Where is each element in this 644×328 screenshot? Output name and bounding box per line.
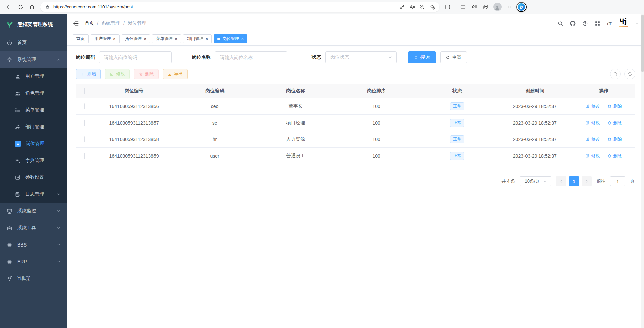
sidebar-item-bbs[interactable]: BBS [0, 236, 67, 253]
row-checkbox[interactable] [84, 120, 85, 126]
breadcrumb-post[interactable]: 岗位管理 [128, 20, 146, 26]
close-tab-icon[interactable]: × [144, 37, 147, 41]
row-delete-link[interactable]: 删除 [607, 153, 622, 159]
org-chart-icon [15, 124, 21, 130]
scrollbar-thumb[interactable] [641, 15, 644, 72]
sidebar-item-menu-mgmt[interactable]: 菜单管理 [0, 102, 67, 119]
cell-post-id: 1641030593112313859 [94, 153, 174, 159]
browser-back-button[interactable] [3, 1, 15, 13]
sidebar-item-dict-mgmt[interactable]: 字典管理 [0, 152, 67, 169]
add-favorite-icon[interactable] [427, 2, 437, 12]
browser-refresh-button[interactable] [15, 1, 26, 13]
close-tab-icon[interactable]: × [241, 37, 244, 41]
row-edit-link[interactable]: 修改 [585, 136, 600, 142]
sidebar-item-erp[interactable]: ERP [0, 253, 67, 270]
url-text[interactable]: https://ccnetcore.com:1101/system/post [53, 4, 397, 9]
sidebar-item-system[interactable]: 系统管理 [0, 51, 67, 68]
reset-button[interactable]: 重置 [440, 51, 467, 63]
row-delete-link[interactable]: 删除 [607, 103, 622, 109]
status-select[interactable]: 岗位状态 [325, 51, 397, 63]
sidebar-item-post-mgmt[interactable]: 岗位管理 [0, 135, 67, 152]
page-number-button[interactable]: 1 [569, 176, 579, 186]
refresh-table-button[interactable] [624, 69, 635, 79]
collapse-sidebar-icon[interactable] [73, 20, 79, 27]
monitor-icon [7, 208, 12, 214]
browser-profile-avatar[interactable] [492, 1, 503, 13]
row-edit-link[interactable]: 修改 [585, 153, 600, 159]
row-checkbox[interactable] [84, 136, 85, 142]
tab-user-mgmt[interactable]: 用户管理× [91, 34, 120, 43]
split-screen-icon[interactable] [457, 1, 469, 13]
post-code-input[interactable] [99, 51, 172, 63]
export-button[interactable]: 导出 [163, 69, 188, 79]
add-button[interactable]: 新增 [76, 69, 101, 79]
next-page-button[interactable] [582, 176, 592, 186]
row-edit-link[interactable]: 修改 [585, 120, 600, 126]
breadcrumb-system[interactable]: 系统管理 [101, 20, 120, 26]
tab-dept-mgmt[interactable]: 部门管理× [183, 34, 212, 43]
row-delete-link[interactable]: 删除 [607, 120, 622, 126]
sidebar-item-yi-framework[interactable]: Yi框架 [0, 270, 67, 287]
vertical-scrollbar[interactable] [641, 14, 644, 328]
trash-icon [607, 137, 612, 141]
site-lock-icon [45, 4, 50, 9]
read-aloud-icon[interactable] [407, 2, 417, 12]
search-icon[interactable] [557, 21, 563, 26]
main-area: 首页 / 系统管理 / 岗位管理 TT Чj 首页 用 [67, 14, 644, 328]
cell-post-code: user [174, 153, 255, 159]
toggle-search-button[interactable] [610, 69, 621, 79]
select-all-checkbox[interactable] [84, 88, 85, 94]
close-tab-icon[interactable]: × [175, 37, 177, 41]
prev-page-button[interactable] [556, 176, 566, 186]
fullscreen-icon[interactable] [595, 21, 600, 26]
sidebar-item-tools[interactable]: 系统工具 [0, 220, 67, 236]
total-count: 共 4 条 [502, 178, 515, 184]
page-size-select[interactable]: 10条/页 [520, 176, 551, 186]
favorites-icon[interactable] [469, 1, 480, 13]
row-checkbox[interactable] [84, 153, 85, 159]
table-row: 1641030593112313856 ceo 董事长 100 正常 2023-… [76, 98, 635, 115]
refresh-icon [628, 72, 632, 76]
collections-icon[interactable] [480, 1, 492, 13]
avatar-caret-icon[interactable] [635, 22, 639, 25]
tab-menu-mgmt[interactable]: 菜单管理× [152, 34, 181, 43]
sidebar-item-log-mgmt[interactable]: 日志管理 [0, 186, 67, 203]
delete-button[interactable]: 删除 [134, 69, 159, 79]
close-tab-icon[interactable]: × [113, 37, 116, 41]
tab-home[interactable]: 首页 [73, 34, 89, 43]
search-button[interactable]: 搜索 [408, 51, 436, 63]
cell-post-sort: 100 [336, 153, 417, 159]
bing-chat-icon[interactable]: b [516, 2, 527, 12]
sidebar-item-dept-mgmt[interactable]: 部门管理 [0, 119, 67, 135]
goto-page-input[interactable] [610, 176, 625, 186]
password-key-icon[interactable] [397, 2, 407, 12]
breadcrumb: 首页 / 系统管理 / 岗位管理 [84, 20, 146, 26]
tab-role-mgmt[interactable]: 角色管理× [122, 34, 150, 43]
github-icon[interactable] [570, 20, 576, 27]
edit-button[interactable]: 修改 [105, 69, 130, 79]
breadcrumb-home[interactable]: 首页 [84, 20, 94, 26]
tab-post-mgmt[interactable]: 岗位管理× [214, 34, 247, 43]
sidebar-item-home[interactable]: 首页 [0, 34, 67, 51]
address-bar[interactable]: https://ccnetcore.com:1101/system/post [40, 2, 439, 12]
help-icon[interactable] [582, 21, 588, 26]
sidebar-item-role-mgmt[interactable]: 角色管理 [0, 85, 67, 102]
sidebar-item-param-settings[interactable]: 参数设置 [0, 169, 67, 186]
font-size-icon[interactable]: TT [607, 21, 612, 26]
sidebar-item-user-mgmt[interactable]: 用户管理 [0, 68, 67, 85]
row-delete-link[interactable]: 删除 [607, 136, 622, 142]
cell-post-sort: 100 [336, 120, 417, 126]
zoom-out-icon[interactable] [417, 2, 427, 12]
chevron-down-icon [57, 192, 61, 196]
post-name-input[interactable] [215, 51, 287, 63]
extensions-icon[interactable] [442, 1, 453, 13]
sidebar-item-monitor[interactable]: 系统监控 [0, 203, 67, 220]
browser-home-button[interactable] [26, 1, 38, 13]
close-tab-icon[interactable]: × [206, 37, 208, 41]
row-checkbox[interactable] [84, 103, 85, 109]
browser-menu-icon[interactable] [503, 1, 514, 13]
user-avatar-logo[interactable]: Чj [618, 18, 629, 28]
row-edit-link[interactable]: 修改 [585, 103, 600, 109]
goto-label: 前往 [597, 178, 605, 184]
cell-post-sort: 100 [336, 104, 417, 109]
